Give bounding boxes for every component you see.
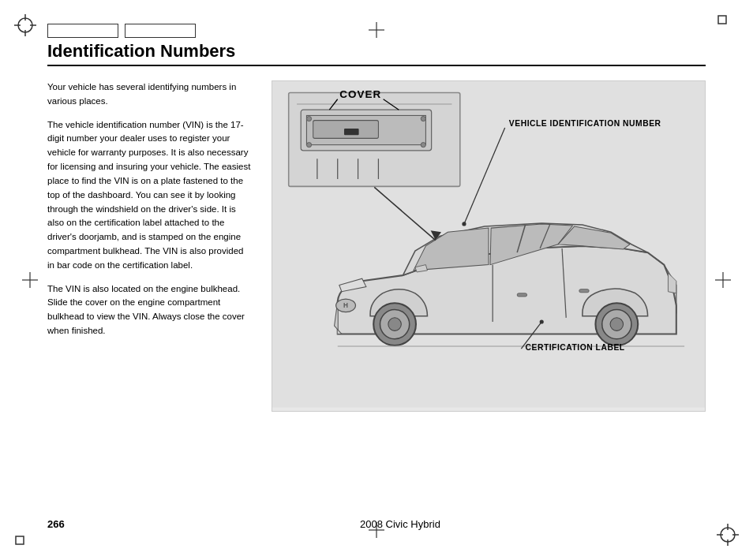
- car-diagram-svg: COVER: [272, 81, 705, 408]
- svg-rect-52: [579, 289, 589, 293]
- svg-point-34: [421, 143, 425, 147]
- svg-text:H: H: [343, 302, 348, 309]
- svg-text:VEHICLE IDENTIFICATION NUMBER: VEHICLE IDENTIFICATION NUMBER: [509, 119, 661, 128]
- page: Identification Numbers Your vehicle has …: [0, 0, 753, 560]
- page-title: Identification Numbers: [47, 41, 706, 62]
- tab-2: [125, 24, 196, 38]
- footer-title: 2008 Civic Hybrid: [95, 518, 706, 530]
- text-column: Your vehicle has several identifying num…: [47, 80, 253, 348]
- svg-point-47: [610, 318, 624, 331]
- main-content: Your vehicle has several identifying num…: [47, 80, 706, 412]
- svg-rect-5: [718, 16, 726, 24]
- tab-1: [47, 24, 118, 38]
- corner-mark-bl: [14, 524, 36, 546]
- svg-rect-30: [344, 129, 359, 135]
- svg-point-32: [421, 116, 425, 121]
- svg-text:COVER: COVER: [339, 88, 381, 100]
- paragraph-1: Your vehicle has several identifying num…: [47, 80, 253, 109]
- svg-point-57: [462, 222, 466, 226]
- svg-rect-51: [517, 293, 526, 297]
- crosshair-left: [22, 272, 38, 288]
- corner-mark-tr: [717, 14, 739, 36]
- crosshair-top: [369, 22, 384, 38]
- paragraph-3: The VIN is also located on the engine bu…: [47, 282, 253, 338]
- svg-point-31: [306, 116, 311, 121]
- diagram-area: COVER: [272, 80, 706, 412]
- crosshair-right: [715, 272, 731, 288]
- svg-text:CERTIFICATION LABEL: CERTIFICATION LABEL: [526, 343, 625, 352]
- corner-mark-tl: [14, 14, 36, 36]
- page-number: 266: [47, 518, 79, 530]
- title-rule: [47, 65, 706, 66]
- paragraph-2: The vehicle identification number (VIN) …: [47, 118, 253, 273]
- svg-point-44: [388, 318, 402, 331]
- corner-mark-br: [717, 524, 739, 546]
- svg-point-33: [306, 143, 311, 147]
- svg-point-60: [540, 319, 544, 323]
- svg-rect-6: [16, 536, 24, 544]
- footer: 266 2008 Civic Hybrid: [47, 518, 706, 530]
